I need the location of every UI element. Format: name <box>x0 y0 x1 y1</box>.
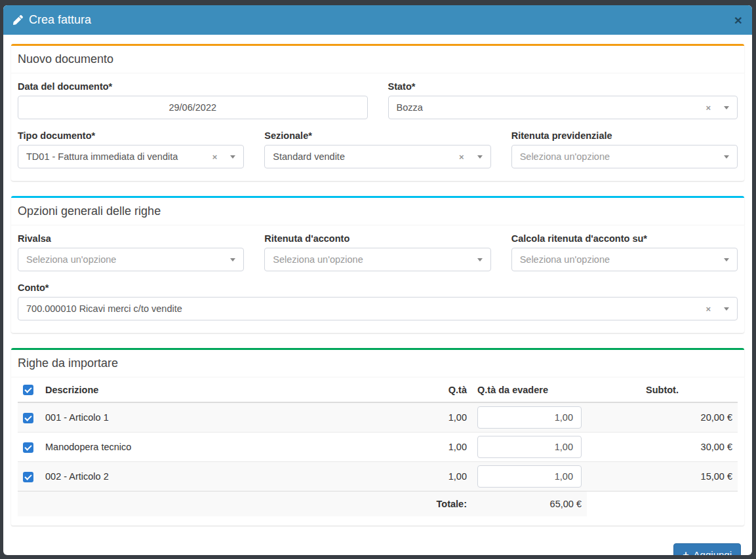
add-button[interactable]: + Aggiungi <box>673 543 741 555</box>
clear-icon[interactable]: × <box>212 153 218 161</box>
qta-evadere-input[interactable] <box>477 406 582 429</box>
chevron-down-icon <box>230 258 235 261</box>
ritenuta-acconto-label: Ritenuta d'acconto <box>264 233 490 244</box>
conto-value: 700.000010 Ricavi merci c/to vendite <box>26 303 706 314</box>
clear-icon[interactable]: × <box>706 104 711 112</box>
chevron-down-icon <box>230 155 235 159</box>
modal-title-text: Crea fattura <box>29 13 91 27</box>
row-qta: 1,00 <box>420 462 472 492</box>
tipo-documento-value: TD01 - Fattura immediata di vendita <box>26 151 212 162</box>
clear-icon[interactable]: × <box>706 305 711 313</box>
totale-label: Totale: <box>18 492 472 517</box>
chevron-down-icon <box>724 155 729 159</box>
stato-select[interactable]: Bozza × <box>388 96 738 119</box>
ritenuta-previdenziale-select[interactable]: Seleziona un'opzione <box>511 145 738 168</box>
section-opzioni-righe-header: Opzioni generali delle righe <box>11 198 744 225</box>
row-descrizione: Manodopera tecnico <box>40 433 420 462</box>
ritenuta-acconto-select[interactable]: Seleziona un'opzione <box>264 248 490 271</box>
sezionale-label: Sezionale* <box>264 130 490 141</box>
tipo-documento-select[interactable]: TD01 - Fattura immediata di vendita × <box>18 145 244 168</box>
pencil-icon <box>13 15 23 25</box>
col-header-qta: Q.tà <box>420 377 472 402</box>
section-opzioni-righe: Opzioni generali delle righe Rivalsa Sel… <box>11 196 744 333</box>
chevron-down-icon <box>724 106 729 109</box>
crea-fattura-modal: Crea fattura × Nuovo documento Data del … <box>3 5 752 555</box>
calcola-ritenuta-select[interactable]: Seleziona un'opzione <box>511 248 738 271</box>
col-header-qta-evadere: Q.tà da evadere <box>472 377 587 402</box>
modal-footer: + Aggiungi <box>3 541 752 555</box>
add-button-label: Aggiungi <box>694 549 732 555</box>
righe-table: Descrizione Q.tà Q.tà da evadere Subtot.… <box>18 377 738 516</box>
conto-label: Conto* <box>18 282 738 293</box>
rivalsa-placeholder: Seleziona un'opzione <box>26 254 230 265</box>
section-nuovo-documento-header: Nuovo documento <box>11 46 744 73</box>
col-header-descrizione: Descrizione <box>40 377 420 402</box>
totale-value: 65,00 € <box>472 492 587 517</box>
stato-value: Bozza <box>397 102 706 113</box>
ritenuta-previdenziale-label: Ritenuta previdenziale <box>511 130 738 141</box>
row-qta: 1,00 <box>420 433 472 462</box>
table-row: 002 - Articolo 2 1,00 15,00 € <box>18 462 738 492</box>
calcola-ritenuta-placeholder: Seleziona un'opzione <box>520 254 724 265</box>
row-checkbox[interactable] <box>23 413 33 423</box>
row-subtot: 15,00 € <box>587 462 738 492</box>
table-row: Manodopera tecnico 1,00 30,00 € <box>18 433 738 462</box>
clear-icon[interactable]: × <box>459 153 464 161</box>
tipo-documento-label: Tipo documento* <box>18 130 244 141</box>
table-row: 001 - Articolo 1 1,00 20,00 € <box>18 402 738 433</box>
chevron-down-icon <box>477 155 483 159</box>
row-subtot: 20,00 € <box>587 402 738 433</box>
rivalsa-label: Rivalsa <box>18 233 244 244</box>
section-nuovo-documento: Nuovo documento Data del documento* Stat… <box>11 44 744 181</box>
col-header-subtot: Subtot. <box>587 377 738 402</box>
sezionale-select[interactable]: Standard vendite × <box>264 145 490 168</box>
totale-subtot-empty <box>587 492 738 517</box>
totale-row: Totale: 65,00 € <box>18 492 738 517</box>
row-qta: 1,00 <box>420 402 472 433</box>
row-checkbox[interactable] <box>23 472 33 482</box>
page-backdrop: { "modal": { "title": "Crea fattura", "c… <box>0 0 756 559</box>
conto-select[interactable]: 700.000010 Ricavi merci c/to vendite × <box>18 297 738 320</box>
stato-label: Stato* <box>388 81 738 92</box>
qta-evadere-input[interactable] <box>477 436 582 458</box>
section-righe-importare-header: Righe da importare <box>11 350 744 377</box>
table-header-row: Descrizione Q.tà Q.tà da evadere Subtot. <box>18 377 738 402</box>
chevron-down-icon <box>477 258 483 261</box>
modal-body: Nuovo documento Data del documento* Stat… <box>3 35 752 541</box>
row-checkbox[interactable] <box>23 442 33 453</box>
ritenuta-previdenziale-placeholder: Seleziona un'opzione <box>520 151 724 162</box>
chevron-down-icon <box>724 258 729 261</box>
calcola-ritenuta-label: Calcola ritenuta d'acconto su* <box>511 233 738 244</box>
righe-table-body: 001 - Articolo 1 1,00 20,00 € Manodopera… <box>18 402 738 492</box>
qta-evadere-input[interactable] <box>477 465 582 488</box>
sezionale-value: Standard vendite <box>273 151 459 162</box>
row-descrizione: 002 - Articolo 2 <box>40 462 420 492</box>
section-title: Nuovo documento <box>18 52 738 66</box>
rivalsa-select[interactable]: Seleziona un'opzione <box>18 248 244 271</box>
data-documento-label: Data del documento* <box>18 81 368 92</box>
modal-title: Crea fattura <box>13 13 91 27</box>
row-subtot: 30,00 € <box>587 433 738 462</box>
section-righe-importare: Righe da importare Descrizione Q.tà Q.tà… <box>11 348 744 526</box>
ritenuta-acconto-placeholder: Seleziona un'opzione <box>273 254 477 265</box>
data-documento-input[interactable] <box>18 96 368 119</box>
section-title: Righe da importare <box>18 357 738 370</box>
close-icon[interactable]: × <box>734 13 742 27</box>
row-descrizione: 001 - Articolo 1 <box>40 402 420 433</box>
section-title: Opzioni generali delle righe <box>18 204 738 218</box>
modal-header: Crea fattura × <box>3 5 752 35</box>
chevron-down-icon <box>724 307 729 311</box>
plus-icon: + <box>683 550 688 555</box>
select-all-checkbox[interactable] <box>23 385 33 395</box>
